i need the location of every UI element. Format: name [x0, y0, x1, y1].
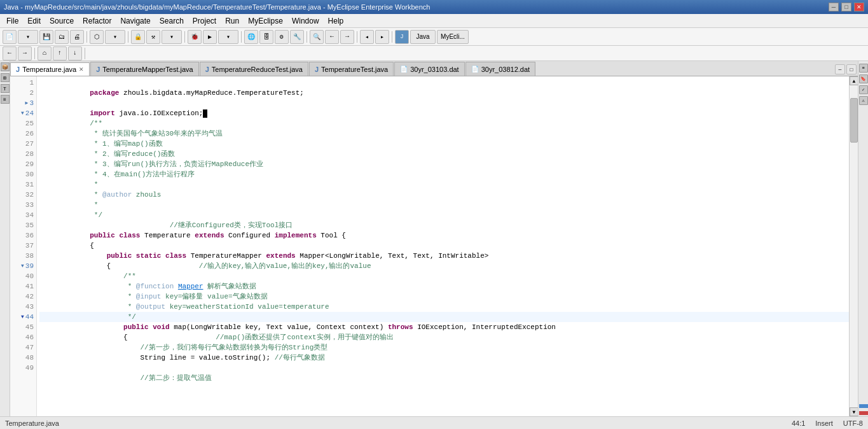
run-dropdown[interactable]: ▾	[218, 30, 238, 44]
bookmark-icon[interactable]: 🔖	[859, 74, 868, 83]
editor-maximize[interactable]: □	[846, 64, 857, 74]
types-icon[interactable]: T	[1, 84, 10, 93]
new-dropdown[interactable]: ▾	[18, 30, 38, 44]
line-34: 34	[10, 210, 36, 220]
code-content[interactable]: package zhouls.bigdata.myMapReduce.Tempe…	[37, 76, 849, 416]
tab-reducer-test[interactable]: J TemperatureReduceTest.java	[200, 62, 308, 76]
back-button[interactable]: ←	[325, 30, 339, 44]
line-43: 43	[10, 302, 36, 312]
forward-button[interactable]: →	[340, 30, 354, 44]
right-error-indicator[interactable]	[859, 411, 868, 415]
line-27: 27	[10, 139, 36, 149]
menu-edit[interactable]: Edit	[24, 15, 45, 27]
tab-mapper-test[interactable]: J TemperatureMapperTest.java	[90, 62, 199, 76]
tasks-icon[interactable]: ✓	[859, 85, 868, 94]
fold-arrow-3[interactable]: ▶	[25, 98, 29, 108]
members-icon[interactable]: ≡	[1, 95, 10, 104]
code-line-25: * 统计美国每个气象站30年来的平均气温	[39, 118, 849, 129]
line-26: 26	[10, 129, 36, 139]
menu-refactor[interactable]: Refactor	[79, 15, 115, 27]
prev-edit-button[interactable]: ◂	[360, 30, 374, 44]
code-line-31: * @author zhouls	[39, 179, 849, 190]
fold-arrow-39[interactable]: ▼	[21, 261, 24, 271]
lock-button[interactable]: 🔒	[131, 30, 145, 44]
save-all-button[interactable]: 🗂	[55, 30, 69, 44]
menu-navigate[interactable]: Navigate	[116, 15, 154, 27]
tab-dat1[interactable]: 📄 30yr_03103.dat	[394, 62, 464, 76]
tab-temp-test[interactable]: J TemperatureTest.java	[309, 62, 394, 76]
tab-close-temperature[interactable]: ✕	[79, 66, 84, 73]
fold-arrow-44[interactable]: ▼	[21, 312, 24, 322]
package-explorer-icon[interactable]: 📦	[1, 62, 10, 71]
tab-icon-dat1: 📄	[400, 66, 408, 73]
line-32: 32	[10, 190, 36, 200]
new-button[interactable]: 📄	[3, 30, 17, 44]
menu-search[interactable]: Search	[156, 15, 188, 27]
menu-file[interactable]: File	[3, 15, 22, 27]
menu-project[interactable]: Project	[189, 15, 220, 27]
window-controls[interactable]: ─ □ ✕	[829, 3, 864, 11]
code-line-40: * @function Mapper 解析气象站数据	[39, 271, 849, 281]
line-40: 40	[10, 271, 36, 281]
status-insert: Insert	[815, 419, 833, 427]
line-1: 1	[10, 78, 36, 88]
hierarchy-icon[interactable]: ⊞	[1, 73, 10, 82]
tab-icon-mapper: J	[96, 66, 100, 73]
menu-myeclipse[interactable]: MyEclipse	[244, 15, 287, 27]
status-bar: Temperature.java 44:1 Insert UTF-8	[0, 416, 868, 429]
tab-icon-temptest: J	[315, 66, 319, 73]
code-editor[interactable]: 1 2 ▶3 ▼24 25 26 27 28 29 30 31 32	[10, 76, 858, 416]
tab-dat2[interactable]: 📄 30yr_03812.dat	[465, 62, 535, 76]
next-edit-button[interactable]: ▸	[375, 30, 389, 44]
menu-window[interactable]: Window	[288, 15, 323, 27]
perspective-java[interactable]: J	[395, 30, 409, 44]
perspective-myecli[interactable]: MyEcli...	[437, 30, 469, 44]
deploy-button[interactable]: ⬡	[90, 30, 104, 44]
tab-icon-temperature: J	[16, 66, 20, 73]
globe-button[interactable]: 🌐	[244, 30, 258, 44]
outline-icon[interactable]: ≡	[859, 64, 868, 73]
fold-arrow-24[interactable]: ▼	[21, 108, 24, 118]
tb2-forward[interactable]: →	[18, 46, 32, 60]
editor-minimize[interactable]: ─	[835, 64, 845, 74]
scroll-thumb[interactable]	[850, 98, 858, 143]
db-button[interactable]: 🗄	[259, 30, 273, 44]
search-button[interactable]: 🔍	[310, 30, 324, 44]
status-position: 44:1	[792, 419, 805, 427]
tools-button[interactable]: 🔧	[290, 30, 304, 44]
tb2-back[interactable]: ←	[3, 46, 17, 60]
tb2-down[interactable]: ↓	[68, 46, 82, 60]
tab-label-temptest: TemperatureTest.java	[321, 66, 388, 73]
tab-temperature-java[interactable]: J Temperature.java ✕	[10, 62, 90, 76]
deploy-dropdown[interactable]: ▾	[105, 30, 125, 44]
tb2-up[interactable]: ↑	[53, 46, 67, 60]
tab-label-mapper: TemperatureMapperTest.java	[102, 66, 193, 73]
print-button[interactable]: 🖨	[70, 30, 84, 44]
close-button[interactable]: ✕	[854, 3, 864, 11]
run-button[interactable]: ▶	[203, 30, 217, 44]
right-scroll-indicator[interactable]	[859, 404, 868, 408]
build-dropdown[interactable]: ▾	[162, 30, 182, 44]
problems-icon[interactable]: ⚠	[859, 96, 868, 105]
menu-run[interactable]: Run	[221, 15, 243, 27]
line-33: 33	[10, 200, 36, 210]
run-debug-button[interactable]: 🐞	[188, 30, 202, 44]
line-31: 31	[10, 179, 36, 190]
maximize-button[interactable]: □	[841, 3, 851, 11]
perspective-java-label[interactable]: Java	[410, 30, 436, 44]
vertical-scrollbar[interactable]: ▲ ▼	[849, 76, 858, 416]
scroll-down-button[interactable]: ▼	[850, 407, 858, 416]
save-button[interactable]: 💾	[39, 30, 53, 44]
line-3: ▶3	[10, 98, 36, 108]
minimize-button[interactable]: ─	[829, 3, 839, 11]
tb2-home[interactable]: ⌂	[38, 46, 52, 60]
scroll-up-button[interactable]: ▲	[850, 76, 858, 85]
settings-button[interactable]: ⚙	[275, 30, 289, 44]
menu-source[interactable]: Source	[46, 15, 78, 27]
line-24: ▼24	[10, 108, 36, 118]
status-ready: Temperature.java	[5, 419, 59, 427]
menu-bar: File Edit Source Refactor Navigate Searc…	[0, 14, 868, 28]
menu-help[interactable]: Help	[324, 15, 348, 27]
build-button[interactable]: ⚒	[146, 30, 160, 44]
title-bar: Java - myMapReduce/src/main/java/zhouls/…	[0, 0, 868, 14]
